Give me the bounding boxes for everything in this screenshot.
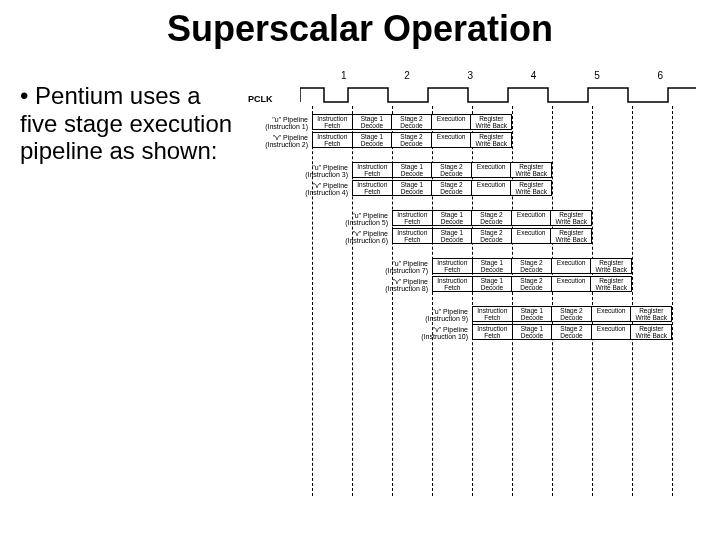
stage-cell: Register Write Back [631,307,671,321]
stage-cell: Register Write Back [511,181,551,195]
pipeline-row: "u" Pipeline (Instruction 7)Instruction … [248,258,708,276]
stage-cell: Stage 1 Decode [473,277,513,291]
stage-cell: Stage 2 Decode [472,211,512,225]
bullet-text: Pentium uses a five stage execution pipe… [20,82,240,165]
stage-cell: Instruction Fetch [353,163,393,177]
stage-cell: Instruction Fetch [393,211,433,225]
stage-cell: Stage 1 Decode [393,163,433,177]
pipeline-stages: Instruction FetchStage 1 DecodeStage 2 D… [392,210,592,226]
stage-cell: Stage 2 Decode [392,115,432,129]
stage-cell: Stage 2 Decode [512,277,552,291]
stage-cell: Register Write Back [511,163,551,177]
pipeline-label: "u" Pipeline (Instruction 3) [288,164,348,178]
pipeline-stages: Instruction FetchStage 1 DecodeStage 2 D… [432,258,632,274]
pipeline-row: "v" Pipeline (Instruction 10)Instruction… [248,324,708,342]
stage-cell: Instruction Fetch [353,181,393,195]
pipeline-stages: Instruction FetchStage 1 DecodeStage 2 D… [352,162,552,178]
pipeline-stages: Instruction FetchStage 1 DecodeStage 2 D… [392,228,592,244]
stage-cell: Register Write Back [471,115,511,129]
stage-cell: Instruction Fetch [433,259,473,273]
stage-cell: Execution [552,277,592,291]
stage-cell: Instruction Fetch [473,325,513,339]
stage-cell: Instruction Fetch [393,229,433,243]
clock-number: 4 [502,70,565,81]
stage-cell: Register Write Back [551,229,591,243]
stage-cell: Execution [472,163,512,177]
stage-cell: Execution [552,259,592,273]
stage-cell: Execution [432,133,472,147]
pipeline-label: "v" Pipeline (Instruction 10) [408,326,468,340]
pipeline-diagram: 123456 PCLK "u" Pipeline (Instruction 1)… [248,70,708,342]
pipeline-row: "v" Pipeline (Instruction 2)Instruction … [248,132,708,150]
pipeline-label: "v" Pipeline (Instruction 4) [288,182,348,196]
stage-cell: Execution [512,229,552,243]
stage-cell: Stage 2 Decode [472,229,512,243]
stage-cell: Execution [432,115,472,129]
clock-numbers: 123456 [312,70,692,81]
pipeline-label: "v" Pipeline (Instruction 2) [248,134,308,148]
pipeline-label: "u" Pipeline (Instruction 7) [368,260,428,274]
stage-cell: Stage 2 Decode [432,181,472,195]
stage-cell: Execution [472,181,512,195]
stage-cell: Stage 2 Decode [552,325,592,339]
pipeline-stages: Instruction FetchStage 1 DecodeStage 2 D… [312,114,512,130]
stage-cell: Stage 1 Decode [433,211,473,225]
pipeline-stages: Instruction FetchStage 1 DecodeStage 2 D… [472,324,672,340]
stage-cell: Instruction Fetch [313,115,353,129]
pipeline-label: "u" Pipeline (Instruction 5) [328,212,388,226]
stage-cell: Stage 1 Decode [513,307,553,321]
stage-cell: Stage 1 Decode [433,229,473,243]
clock-number: 5 [565,70,628,81]
stage-cell: Register Write Back [631,325,671,339]
pipeline-stages: Instruction FetchStage 1 DecodeStage 2 D… [312,132,512,148]
clock-number: 1 [312,70,375,81]
clock-number: 3 [439,70,502,81]
stage-cell: Stage 2 Decode [432,163,472,177]
stage-cell: Stage 1 Decode [393,181,433,195]
stage-cell: Execution [512,211,552,225]
clock-number: 6 [629,70,692,81]
stage-cell: Stage 2 Decode [512,259,552,273]
stage-cell: Stage 2 Decode [392,133,432,147]
pipeline-stages: Instruction FetchStage 1 DecodeStage 2 D… [472,306,672,322]
clock-row: 123456 PCLK [248,70,708,110]
stage-cell: Stage 1 Decode [513,325,553,339]
stage-cell: Instruction Fetch [433,277,473,291]
stage-cell: Register Write Back [591,277,631,291]
pipeline-stages: Instruction FetchStage 1 DecodeStage 2 D… [352,180,552,196]
pipeline-row: "v" Pipeline (Instruction 4)Instruction … [248,180,708,198]
pipeline-row: "u" Pipeline (Instruction 1)Instruction … [248,114,708,132]
pipeline-row: "v" Pipeline (Instruction 8)Instruction … [248,276,708,294]
stage-cell: Execution [592,325,632,339]
stage-cell: Instruction Fetch [473,307,513,321]
stage-cell: Stage 1 Decode [473,259,513,273]
pipeline-row: "u" Pipeline (Instruction 9)Instruction … [248,306,708,324]
stage-cell: Execution [592,307,632,321]
stage-cell: Stage 1 Decode [353,115,393,129]
page-title: Superscalar Operation [0,0,720,50]
stage-cell: Register Write Back [551,211,591,225]
clock-number: 2 [375,70,438,81]
pipeline-row: "u" Pipeline (Instruction 3)Instruction … [248,162,708,180]
pipeline-stages: Instruction FetchStage 1 DecodeStage 2 D… [432,276,632,292]
pipeline-row: "v" Pipeline (Instruction 6)Instruction … [248,228,708,246]
pipeline-row: "u" Pipeline (Instruction 5)Instruction … [248,210,708,228]
pipeline-label: "u" Pipeline (Instruction 9) [408,308,468,322]
stage-cell: Register Write Back [591,259,631,273]
pipeline-label: "v" Pipeline (Instruction 8) [368,278,428,292]
stage-cell: Instruction Fetch [313,133,353,147]
pipeline-label: "v" Pipeline (Instruction 6) [328,230,388,244]
stage-cell: Register Write Back [471,133,511,147]
clock-waveform [300,82,700,106]
pipeline-label: "u" Pipeline (Instruction 1) [248,116,308,130]
stage-cell: Stage 1 Decode [353,133,393,147]
pclk-label: PCLK [248,94,273,104]
stage-cell: Stage 2 Decode [552,307,592,321]
